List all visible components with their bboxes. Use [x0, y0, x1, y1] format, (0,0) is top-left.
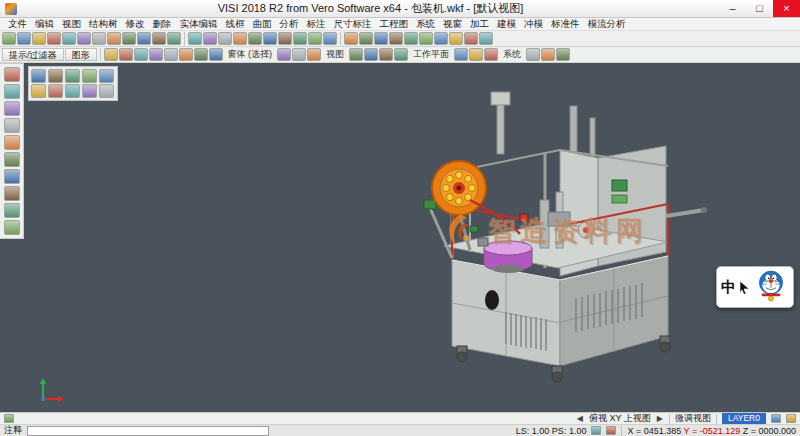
- tool-icon[interactable]: [308, 32, 322, 45]
- tool-icon[interactable]: [484, 48, 498, 61]
- menu-item[interactable]: 线框: [222, 18, 249, 31]
- menu-item[interactable]: 模流分析: [584, 18, 630, 31]
- menu-item[interactable]: 标准件: [547, 18, 584, 31]
- tool-icon[interactable]: [419, 32, 433, 45]
- tool-icon[interactable]: [107, 32, 121, 45]
- menu-item[interactable]: 分析: [276, 18, 303, 31]
- tool-icon[interactable]: [434, 32, 448, 45]
- tool-icon[interactable]: [194, 48, 208, 61]
- tool-icon[interactable]: [31, 69, 46, 83]
- tool-icon[interactable]: [47, 32, 61, 45]
- tool-icon[interactable]: [379, 48, 393, 61]
- tool-icon[interactable]: [278, 32, 292, 45]
- grid-toggle-icon[interactable]: [606, 426, 616, 435]
- maximize-button[interactable]: □: [746, 0, 773, 17]
- tool-icon[interactable]: [263, 32, 277, 45]
- menu-item[interactable]: 文件: [4, 18, 31, 31]
- tool-icon[interactable]: [137, 32, 151, 45]
- status-tool-icon[interactable]: [771, 414, 781, 423]
- viewport-canvas[interactable]: 智造资料网: [0, 63, 800, 412]
- tool-icon[interactable]: [469, 48, 483, 61]
- tool-icon[interactable]: [526, 48, 540, 61]
- menu-item[interactable]: 修改: [122, 18, 149, 31]
- tool-icon[interactable]: [134, 48, 148, 61]
- tool-icon[interactable]: [4, 203, 20, 218]
- minimize-button[interactable]: –: [719, 0, 746, 17]
- tab-filter[interactable]: 提示/过滤器: [2, 48, 64, 61]
- tool-icon[interactable]: [4, 67, 20, 82]
- tool-icon[interactable]: [4, 101, 20, 116]
- menu-item[interactable]: 删除: [149, 18, 176, 31]
- status-tool-icon[interactable]: [786, 414, 796, 423]
- prev-view-arrow-icon[interactable]: ◀: [576, 414, 584, 423]
- tool-icon[interactable]: [404, 32, 418, 45]
- tool-icon[interactable]: [454, 48, 468, 61]
- tool-icon[interactable]: [4, 118, 20, 133]
- menu-item[interactable]: 标注: [303, 18, 330, 31]
- tool-icon[interactable]: [449, 32, 463, 45]
- tool-icon[interactable]: [31, 84, 46, 98]
- tool-icon[interactable]: [4, 186, 20, 201]
- menu-item[interactable]: 曲面: [249, 18, 276, 31]
- menu-item[interactable]: 实体编辑: [176, 18, 222, 31]
- tool-icon[interactable]: [48, 84, 63, 98]
- menu-item[interactable]: 系统: [412, 18, 439, 31]
- snap-toggle-icon[interactable]: [591, 426, 601, 435]
- tool-icon[interactable]: [556, 48, 570, 61]
- tool-icon[interactable]: [464, 32, 478, 45]
- tool-icon[interactable]: [119, 48, 133, 61]
- tool-icon[interactable]: [344, 32, 358, 45]
- next-view-arrow-icon[interactable]: ▶: [656, 414, 664, 423]
- status-tool-icon[interactable]: [4, 414, 14, 423]
- menu-item[interactable]: 视图: [58, 18, 85, 31]
- close-button[interactable]: ×: [773, 0, 800, 17]
- tool-icon[interactable]: [359, 32, 373, 45]
- menu-item[interactable]: 结构树: [85, 18, 122, 31]
- tool-icon[interactable]: [389, 32, 403, 45]
- tool-icon[interactable]: [122, 32, 136, 45]
- tool-icon[interactable]: [277, 48, 291, 61]
- tool-icon[interactable]: [479, 32, 493, 45]
- menu-item[interactable]: 视窗: [439, 18, 466, 31]
- tool-icon[interactable]: [164, 48, 178, 61]
- tool-icon[interactable]: [62, 32, 76, 45]
- tool-icon[interactable]: [65, 84, 80, 98]
- tool-icon[interactable]: [104, 48, 118, 61]
- tool-icon[interactable]: [77, 32, 91, 45]
- tool-icon[interactable]: [541, 48, 555, 61]
- tool-icon[interactable]: [82, 69, 97, 83]
- tool-icon[interactable]: [218, 32, 232, 45]
- menu-item[interactable]: 工程图: [376, 18, 413, 31]
- tool-icon[interactable]: [167, 32, 181, 45]
- tool-icon[interactable]: [48, 69, 63, 83]
- tool-icon[interactable]: [82, 84, 97, 98]
- menu-item[interactable]: 编辑: [31, 18, 58, 31]
- tab-graphics[interactable]: 图形: [65, 48, 97, 61]
- tool-icon[interactable]: [4, 84, 20, 99]
- menu-item[interactable]: 加工: [466, 18, 493, 31]
- command-input[interactable]: [27, 426, 269, 436]
- ime-widget[interactable]: 中: [716, 266, 794, 308]
- tool-icon[interactable]: [4, 152, 20, 167]
- tool-icon[interactable]: [17, 32, 31, 45]
- tool-icon[interactable]: [188, 32, 202, 45]
- tool-icon[interactable]: [394, 48, 408, 61]
- tool-icon[interactable]: [65, 69, 80, 83]
- tool-icon[interactable]: [323, 32, 337, 45]
- tool-icon[interactable]: [293, 32, 307, 45]
- tool-icon[interactable]: [307, 48, 321, 61]
- tool-icon[interactable]: [152, 32, 166, 45]
- tool-icon[interactable]: [2, 32, 16, 45]
- tool-icon[interactable]: [149, 48, 163, 61]
- tool-icon[interactable]: [92, 32, 106, 45]
- tool-icon[interactable]: [349, 48, 363, 61]
- tool-icon[interactable]: [364, 48, 378, 61]
- tool-icon[interactable]: [99, 69, 114, 83]
- tool-icon[interactable]: [4, 220, 20, 235]
- tool-icon[interactable]: [4, 169, 20, 184]
- menu-item[interactable]: 建模: [493, 18, 520, 31]
- tool-icon[interactable]: [292, 48, 306, 61]
- menu-item[interactable]: 尺寸标注: [330, 18, 376, 31]
- tool-icon[interactable]: [209, 48, 223, 61]
- machine-model[interactable]: [0, 63, 800, 412]
